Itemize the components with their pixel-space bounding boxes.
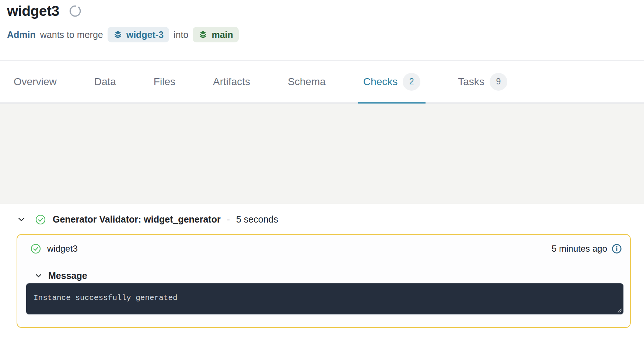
check-title: Generator Validator: widget_generator [53, 214, 221, 225]
check-result-card: widget3 5 minutes ago [17, 234, 631, 328]
tasks-count-badge: 9 [490, 73, 507, 91]
author-link[interactable]: Admin [7, 29, 36, 40]
merge-into-text: into [174, 29, 188, 40]
pr-header: widget3 [7, 3, 82, 19]
checks-panel: Generator Validator: widget_generator - … [3, 204, 644, 339]
check-circle-icon [35, 214, 46, 225]
message-output-wrap: Instance successfully generated [26, 283, 624, 315]
page-title: widget3 [7, 3, 59, 19]
tab-label: Overview [14, 76, 57, 88]
layers-icon [198, 30, 208, 39]
tab-label: Tasks [458, 76, 484, 88]
tab-artifacts[interactable]: Artifacts [213, 61, 250, 102]
check-duration: 5 seconds [236, 214, 278, 225]
result-meta: 5 minutes ago [552, 244, 622, 254]
check-separator: - [227, 214, 230, 225]
source-branch-badge[interactable]: widget-3 [108, 27, 169, 42]
info-icon [612, 244, 622, 254]
tab-files[interactable]: Files [154, 61, 175, 102]
tab-checks[interactable]: Checks 2 [363, 61, 420, 102]
result-instance-name: widget3 [47, 244, 78, 254]
check-circle-icon [31, 244, 41, 254]
result-timestamp: 5 minutes ago [552, 244, 607, 254]
refresh-button[interactable] [68, 4, 82, 18]
result-status: widget3 [31, 244, 78, 254]
checks-count-badge: 2 [403, 73, 420, 91]
result-header: widget3 5 minutes ago [31, 244, 622, 254]
tab-bar: Overview Data Files Artifacts Schema Che… [0, 60, 644, 104]
source-branch-name: widget-3 [126, 29, 164, 40]
tab-schema[interactable]: Schema [288, 61, 326, 102]
tab-label: Data [94, 76, 116, 88]
merge-action-text: wants to merge [40, 29, 103, 40]
tab-label: Artifacts [213, 76, 250, 88]
message-label: Message [48, 270, 87, 281]
check-row-generator-validator[interactable]: Generator Validator: widget_generator - … [18, 214, 278, 225]
tab-tasks[interactable]: Tasks 9 [458, 61, 507, 102]
tab-label: Checks [363, 76, 398, 88]
message-output[interactable]: Instance successfully generated [26, 283, 624, 315]
message-toggle[interactable]: Message [35, 270, 87, 281]
tab-label: Files [154, 76, 175, 88]
refresh-icon [68, 4, 82, 18]
info-button[interactable] [612, 244, 622, 254]
merge-summary: Admin wants to merge widget-3 into main [7, 27, 239, 43]
chevron-down-icon [35, 274, 42, 278]
tab-label: Schema [288, 76, 326, 88]
target-branch-badge[interactable]: main [193, 27, 238, 42]
checks-summary-section: Retry all Artifact Data Generator [0, 104, 644, 204]
target-branch-name: main [211, 29, 233, 40]
pull-request-page: widget3 Admin wants to merge widget-3 in… [0, 0, 644, 339]
tab-data[interactable]: Data [94, 61, 116, 102]
tab-overview[interactable]: Overview [14, 61, 57, 102]
layers-icon [113, 30, 123, 39]
chevron-down-icon[interactable] [18, 217, 25, 222]
